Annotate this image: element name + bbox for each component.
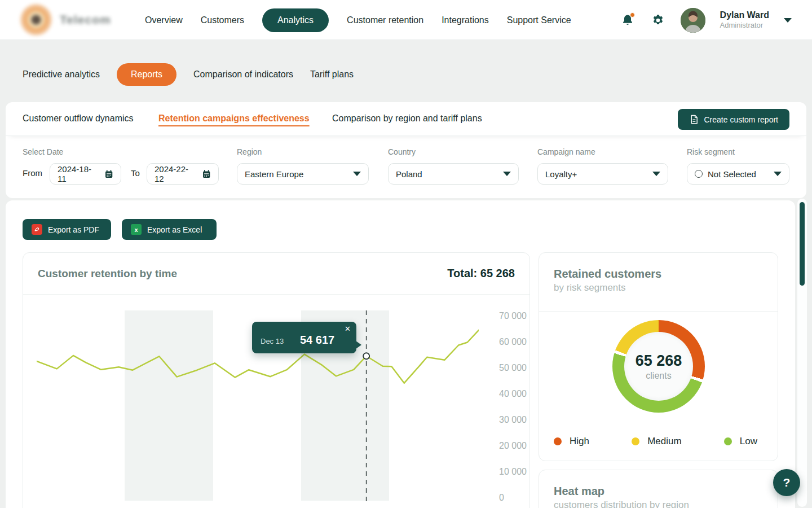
y-axis-tick: 20 000 bbox=[499, 441, 539, 451]
line-chart-plot[interactable]: 70 000 60 000 50 000 40 000 30 000 20 00… bbox=[37, 310, 479, 508]
legend-item-medium[interactable]: Medium bbox=[632, 436, 681, 447]
low-risk-dot-icon bbox=[724, 437, 732, 445]
y-axis-tick: 40 000 bbox=[499, 389, 539, 399]
y-axis-tick: 30 000 bbox=[499, 415, 539, 425]
heat-map-card: Heat map customers distribution by regio… bbox=[539, 470, 778, 508]
report-content: Export as PDF x Export as Excel Customer… bbox=[6, 200, 795, 508]
chevron-down-icon bbox=[353, 172, 361, 176]
calendar-icon bbox=[202, 169, 211, 179]
brand-logo[interactable]: Telecom bbox=[20, 4, 111, 36]
retention-chart-card: Customer retention by time Total: 65 268… bbox=[23, 252, 530, 508]
donut-center: 65 268 clients bbox=[624, 332, 693, 401]
main-nav: Overview Customers Analytics Customer re… bbox=[145, 0, 571, 40]
country-select[interactable]: Poland bbox=[388, 163, 519, 185]
nav-overview[interactable]: Overview bbox=[145, 15, 183, 25]
retained-customers-card: Retained customers by risk segments 65 2… bbox=[539, 252, 778, 461]
country-label: Country bbox=[388, 147, 416, 156]
tab-reports[interactable]: Reports bbox=[117, 63, 176, 86]
help-button[interactable]: ? bbox=[773, 469, 800, 496]
nav-support-service[interactable]: Support Service bbox=[507, 15, 571, 25]
subtab-retention-campaigns-effectiveness[interactable]: Retention campaigns effectiveness bbox=[158, 113, 310, 124]
nav-customers[interactable]: Customers bbox=[201, 15, 244, 25]
document-icon bbox=[689, 115, 699, 124]
y-axis-tick: 10 000 bbox=[499, 467, 539, 477]
nav-analytics[interactable]: Analytics bbox=[262, 8, 329, 32]
tab-tariff-plans[interactable]: Tariff plans bbox=[310, 63, 354, 86]
selected-point-marker[interactable] bbox=[363, 353, 369, 359]
tab-predictive-analytics[interactable]: Predictive analytics bbox=[23, 63, 100, 86]
to-label: To bbox=[131, 168, 140, 178]
date-to-input[interactable]: 2024-22-12 bbox=[147, 163, 219, 185]
chevron-down-icon[interactable] bbox=[784, 18, 792, 23]
y-axis-tick: 0 bbox=[499, 493, 539, 503]
risk-segment-select[interactable]: Not Selected bbox=[687, 163, 789, 185]
medium-risk-dot-icon bbox=[632, 437, 639, 445]
brand-logo-icon bbox=[20, 4, 52, 36]
donut-header: Retained customers by risk segments bbox=[539, 253, 778, 312]
chart-title: Customer retention by time bbox=[38, 268, 177, 280]
risk-segment-label: Risk segment bbox=[687, 147, 735, 156]
brand-name: Telecom bbox=[60, 13, 111, 27]
tooltip-value: 54 617 bbox=[300, 334, 334, 347]
calendar-icon bbox=[104, 169, 113, 179]
heat-map-subtitle: customers distribution by region bbox=[554, 500, 689, 508]
legend-item-high[interactable]: High bbox=[554, 436, 589, 447]
legend-item-low[interactable]: Low bbox=[724, 436, 757, 447]
radio-circle-icon bbox=[695, 170, 703, 178]
subtab-customer-outflow-dynamics[interactable]: Customer outflow dynamics bbox=[23, 113, 134, 124]
campaign-select[interactable]: Loyalty+ bbox=[537, 163, 668, 185]
export-pdf-button[interactable]: Export as PDF bbox=[23, 219, 111, 240]
nav-integrations[interactable]: Integrations bbox=[442, 15, 489, 25]
analytics-tabs: Predictive analytics Reports Comparison … bbox=[23, 63, 354, 86]
user-avatar[interactable] bbox=[681, 8, 705, 33]
header-actions: Dylan Ward Administrator bbox=[620, 0, 792, 40]
page-scrollbar-thumb[interactable] bbox=[800, 202, 805, 286]
notifications-bell-icon[interactable] bbox=[620, 12, 636, 28]
create-custom-report-button[interactable]: Create custom report bbox=[678, 109, 790, 130]
excel-file-icon: x bbox=[131, 224, 142, 235]
subtab-comparison-by-region[interactable]: Comparison by region and tariff plans bbox=[332, 113, 482, 124]
filters-bar: Select Date From 2024-18-11 To 2024-22-1… bbox=[6, 136, 806, 198]
tooltip-date: Dec 13 bbox=[261, 337, 284, 345]
donut-center-value: 65 268 bbox=[636, 352, 682, 370]
chart-tooltip: Dec 13 54 617 ✕ bbox=[252, 322, 356, 353]
page-scrollbar-track[interactable] bbox=[797, 199, 807, 507]
export-excel-button[interactable]: x Export as Excel bbox=[122, 219, 217, 240]
donut-legend: High Medium Low bbox=[539, 436, 778, 447]
user-menu[interactable]: Dylan Ward Administrator bbox=[720, 10, 769, 30]
y-axis-tick: 50 000 bbox=[499, 363, 539, 373]
campaign-name-label: Campaign name bbox=[537, 147, 595, 156]
y-axis-tick: 70 000 bbox=[499, 311, 539, 321]
user-name: Dylan Ward bbox=[720, 10, 769, 21]
high-risk-dot-icon bbox=[554, 437, 562, 445]
tooltip-close-icon[interactable]: ✕ bbox=[345, 325, 351, 332]
chevron-down-icon bbox=[503, 172, 511, 176]
nav-customer-retention[interactable]: Customer retention bbox=[347, 15, 423, 25]
region-select[interactable]: Eastern Europe bbox=[237, 163, 369, 185]
risk-segments-donut-chart[interactable]: 65 268 clients bbox=[612, 320, 705, 413]
date-from-input[interactable]: 2024-18-11 bbox=[50, 163, 121, 185]
from-label: From bbox=[23, 168, 42, 178]
tab-comparison-of-indicators[interactable]: Comparison of indicators bbox=[193, 63, 293, 86]
chart-total: Total: 65 268 bbox=[447, 267, 515, 280]
notification-dot bbox=[630, 12, 635, 17]
y-axis-tick: 60 000 bbox=[499, 337, 539, 347]
donut-center-label: clients bbox=[646, 371, 671, 381]
report-subtabs: Customer outflow dynamics Retention camp… bbox=[6, 102, 806, 136]
donut-title: Retained customers bbox=[554, 268, 661, 281]
top-navigation-bar: Telecom Overview Customers Analytics Cus… bbox=[0, 0, 812, 40]
donut-subtitle: by risk segments bbox=[554, 282, 626, 294]
user-role: Administrator bbox=[720, 21, 769, 30]
select-date-label: Select Date bbox=[23, 147, 63, 156]
region-label: Region bbox=[237, 147, 262, 156]
heat-map-title: Heat map bbox=[554, 485, 604, 498]
settings-gear-icon[interactable] bbox=[650, 12, 666, 28]
report-section: Customer outflow dynamics Retention camp… bbox=[6, 102, 806, 198]
chevron-down-icon bbox=[774, 172, 782, 176]
chevron-down-icon bbox=[652, 172, 660, 176]
chart-header: Customer retention by time Total: 65 268 bbox=[23, 253, 529, 295]
pdf-file-icon bbox=[32, 224, 42, 235]
